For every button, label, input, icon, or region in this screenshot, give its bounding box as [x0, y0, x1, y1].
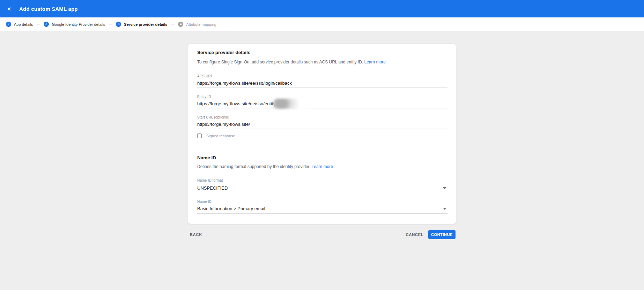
- check-icon: ✓: [6, 22, 11, 27]
- step-connector: [109, 24, 112, 24]
- app-bar: ✕ Add custom SAML app: [0, 0, 644, 17]
- card-description-text: To configure Single Sign-On, add service…: [197, 60, 363, 64]
- step-service-provider-details[interactable]: 3 Service provider details: [116, 22, 167, 27]
- input-underline: [197, 192, 447, 192]
- step-connector: [171, 24, 175, 24]
- card-description: To configure Single Sign-On, add service…: [197, 59, 386, 65]
- name-id-description-text: Defines the naming format supported by t…: [197, 164, 310, 169]
- name-id-format-select[interactable]: UNSPECIFIED: [197, 185, 228, 191]
- entity-id-input[interactable]: https://forge.my-flows.site/ee/sso/entit…: [197, 101, 275, 107]
- card-title: Service provider details: [197, 50, 250, 55]
- chevron-down-icon[interactable]: [443, 208, 446, 210]
- service-provider-details-card: Service provider details To configure Si…: [188, 44, 456, 224]
- signed-response-checkbox[interactable]: [197, 133, 202, 138]
- name-id-select[interactable]: Basic Information > Primary email: [197, 206, 265, 212]
- wizard-stepper: ✓ App details ✓ Google Identity Provider…: [0, 17, 644, 31]
- step-app-details[interactable]: ✓ App details: [6, 22, 33, 27]
- acs-url-input[interactable]: https://forge.my-flows.site/ee/sso/login…: [197, 81, 292, 86]
- back-button[interactable]: BACK: [190, 230, 207, 239]
- check-icon: ✓: [44, 22, 49, 27]
- input-underline: [197, 129, 447, 129]
- cancel-button[interactable]: CANCEL: [405, 230, 424, 239]
- step-attribute-mapping: 4 Attribute mapping: [178, 22, 216, 27]
- start-url-input[interactable]: https://forge.my-flows.site/: [197, 122, 250, 127]
- acs-url-label: ACS URL: [197, 74, 213, 78]
- step-number-badge: 4: [178, 22, 183, 27]
- name-id-section-description: Defines the naming format supported by t…: [197, 164, 333, 169]
- page-title: Add custom SAML app: [19, 6, 78, 12]
- close-icon[interactable]: ✕: [6, 5, 13, 12]
- step-label: App details: [14, 22, 33, 26]
- learn-more-link[interactable]: Learn more: [312, 164, 333, 169]
- step-google-idp-details[interactable]: ✓ Google Identity Provider details: [44, 22, 105, 27]
- name-id-section-title: Name ID: [197, 155, 216, 160]
- step-label: Service provider details: [124, 22, 167, 26]
- start-url-label: Start URL (optional): [197, 115, 229, 120]
- input-underline: [197, 87, 447, 88]
- input-underline: [197, 213, 447, 214]
- signed-response-label: Signed response: [206, 134, 235, 138]
- chevron-down-icon[interactable]: [443, 187, 446, 189]
- learn-more-link[interactable]: Learn more: [364, 60, 385, 64]
- name-id-label: Name ID: [197, 200, 212, 204]
- entity-id-label: Entity ID: [197, 95, 211, 99]
- step-label: Google Identity Provider details: [52, 22, 105, 26]
- continue-button[interactable]: CONTINUE: [428, 230, 456, 239]
- input-underline: [197, 108, 447, 108]
- redacted-blur-patch: [273, 99, 308, 109]
- step-connector: [36, 24, 40, 24]
- name-id-format-label: Name ID format: [197, 178, 223, 183]
- step-number-badge: 3: [116, 22, 121, 27]
- step-label: Attribute mapping: [186, 22, 216, 26]
